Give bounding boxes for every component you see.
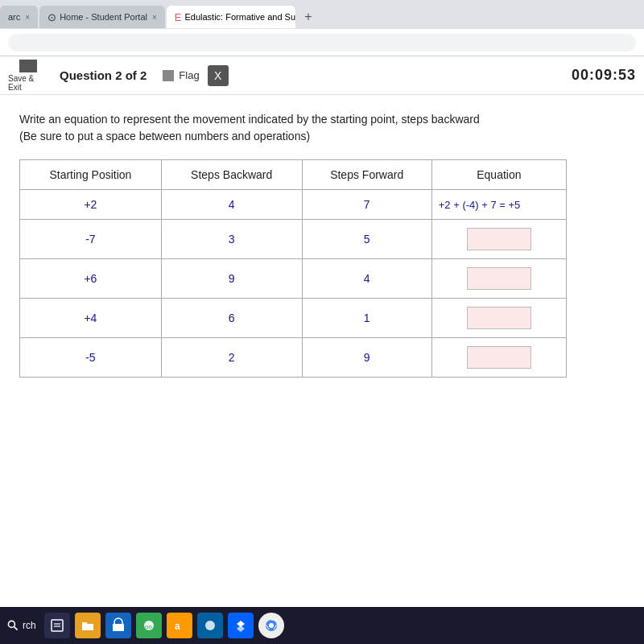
instructions: Write an equation to represent the movem…	[19, 111, 625, 145]
table-header-row: Starting Position Steps Backward Steps F…	[20, 160, 567, 190]
cell-backward-0: 4	[161, 190, 302, 220]
svg-text:a: a	[175, 621, 180, 632]
svg-text:oo: oo	[145, 623, 152, 630]
tab-label: Home - Student Portal	[60, 12, 147, 22]
cell-backward-1: 3	[161, 220, 302, 259]
tab-arc[interactable]: arc ×	[0, 6, 38, 28]
cell-forward-2: 4	[302, 259, 431, 299]
table-row: +461	[20, 299, 567, 338]
cell-forward-1: 5	[302, 220, 431, 259]
taskbar-icon-tripadvisor[interactable]: oo	[136, 613, 162, 638]
timer-display: 00:09:53	[572, 67, 636, 84]
tab-close-home[interactable]: ×	[152, 13, 157, 22]
table-row: -529	[20, 338, 567, 378]
col-header-backward: Steps Backward	[161, 160, 302, 190]
col-header-start: Starting Position	[20, 160, 162, 190]
question-label: Question 2 of 2	[60, 68, 147, 82]
taskbar-icon-amazon[interactable]: a	[167, 613, 192, 638]
svg-point-0	[8, 621, 14, 627]
equation-input-4[interactable]	[467, 346, 531, 369]
search-icon	[6, 619, 19, 632]
main-content: Write an equation to represent the movem…	[0, 95, 644, 390]
app1-icon	[202, 617, 218, 634]
table-row: -735	[20, 220, 567, 259]
close-button[interactable]: X	[208, 65, 229, 86]
home-icon: ⊙	[47, 11, 56, 23]
taskbar-icon-chrome[interactable]	[258, 613, 284, 638]
cell-forward-4: 9	[302, 338, 431, 378]
files-icon	[49, 617, 65, 634]
svg-line-1	[14, 627, 18, 630]
tab-edulastic[interactable]: E Edulastic: Formative and Summat ×	[167, 6, 295, 28]
flag-button[interactable]: Flag	[163, 69, 199, 81]
equation-input-3[interactable]	[467, 307, 531, 329]
chrome-icon	[263, 617, 279, 634]
equation-input-2[interactable]	[467, 267, 531, 290]
tripadvisor-icon: oo	[141, 617, 157, 634]
address-bar: edulastic.com/#takeAssignment/close/5dc1…	[0, 29, 644, 56]
app-toolbar: Save & Exit Question 2 of 2 Flag X 00:09…	[0, 56, 644, 95]
cell-equation-0: +2 + (-4) + 7 = +5	[431, 190, 566, 220]
svg-rect-5	[113, 624, 124, 631]
instructions-line1: Write an equation to represent the movem…	[19, 111, 625, 128]
tab-close-arc[interactable]: ×	[25, 13, 30, 22]
cell-equation-2[interactable]	[431, 259, 566, 299]
store-icon	[110, 617, 126, 634]
address-input[interactable]: edulastic.com/#takeAssignment/close/5dc1…	[8, 34, 636, 52]
tab-label: Edulastic: Formative and Summat	[184, 12, 295, 22]
math-table: Starting Position Steps Backward Steps F…	[19, 159, 567, 378]
cell-forward-3: 1	[302, 299, 431, 338]
tab-add-button[interactable]: +	[297, 6, 320, 28]
dropbox-icon	[233, 617, 249, 634]
save-exit-button[interactable]: Save & Exit	[8, 60, 48, 92]
svg-point-13	[269, 623, 274, 628]
cell-backward-4: 2	[161, 338, 302, 378]
taskbar-icon-folder[interactable]	[75, 613, 101, 638]
close-label: X	[214, 69, 221, 82]
tab-home[interactable]: ⊙ Home - Student Portal ×	[39, 6, 165, 28]
cell-start-2: +6	[20, 259, 162, 299]
cell-backward-3: 6	[161, 299, 302, 338]
equation-input-1[interactable]	[467, 228, 531, 250]
svg-marker-11	[237, 625, 245, 632]
taskbar-icon-dropbox[interactable]	[228, 613, 254, 638]
col-header-equation: Equation	[431, 160, 566, 190]
svg-rect-2	[52, 620, 63, 631]
taskbar-icon-app1[interactable]	[197, 613, 223, 638]
cell-backward-2: 9	[161, 259, 302, 299]
save-exit-icon	[19, 60, 37, 72]
cell-start-4: -5	[20, 338, 162, 378]
edulastic-icon: E	[175, 11, 182, 23]
search-label: rch	[23, 620, 36, 631]
folder-icon	[80, 617, 96, 634]
flag-icon	[163, 70, 174, 81]
taskbar-icon-store[interactable]	[105, 613, 131, 638]
instructions-line2: (Be sure to put a space between numbers …	[19, 128, 625, 145]
cell-equation-4[interactable]	[431, 338, 566, 378]
save-exit-label: Save & Exit	[8, 74, 48, 92]
taskbar-icon-files[interactable]	[44, 613, 70, 638]
cell-start-0: +2	[20, 190, 162, 220]
amazon-icon: a	[171, 617, 188, 634]
cell-equation-1[interactable]	[431, 220, 566, 259]
cell-start-3: +4	[20, 299, 162, 338]
taskbar-search[interactable]: rch	[6, 619, 36, 632]
cell-equation-3[interactable]	[431, 299, 566, 338]
cell-start-1: -7	[20, 220, 162, 259]
table-row: +694	[20, 259, 567, 299]
taskbar: rch oo a	[0, 607, 644, 644]
table-row: +247+2 + (-4) + 7 = +5	[20, 190, 567, 220]
tab-label: arc	[8, 12, 20, 22]
cell-forward-0: 7	[302, 190, 431, 220]
flag-label: Flag	[179, 69, 199, 81]
svg-point-9	[205, 621, 215, 630]
col-header-forward: Steps Forward	[302, 160, 431, 190]
